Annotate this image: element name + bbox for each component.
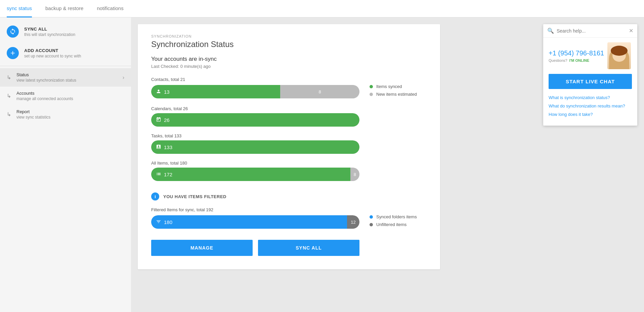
page-title: Synchronization Status (151, 40, 427, 49)
contacts-section: Contacts, total 21 13 8 (151, 77, 427, 99)
info-icon: i (151, 192, 159, 200)
all-items-synced-count: 172 (164, 172, 172, 177)
help-widget: 🔍 ✕ +1 (954) 796-8161 Questions? I'M ONL… (543, 24, 637, 126)
add-account-action[interactable]: ADD ACCOUNT set up new account to sync w… (0, 42, 131, 64)
add-account-text: ADD ACCOUNT set up new account to sync w… (24, 48, 81, 58)
breadcrumb-label: SYNCHRONIZATION (151, 34, 427, 38)
all-items-section: All Items, total 180 172 8 (151, 161, 427, 181)
legend-dot-darkgray (370, 223, 373, 226)
close-icon[interactable]: ✕ (629, 28, 633, 34)
nav-backup-restore[interactable]: backup & restore (45, 0, 83, 17)
calendars-label: Calendars, total 26 (151, 106, 427, 111)
legend-dot-green (370, 85, 373, 88)
calendars-progress-bar: 26 (151, 113, 359, 127)
all-items-progress-bar: 172 8 (151, 168, 359, 181)
contacts-synced-count: 13 (164, 89, 170, 95)
status-nav-title: Status (16, 72, 76, 77)
contacts-synced-bar: 13 (151, 85, 280, 98)
calendars-synced-count: 26 (164, 117, 170, 123)
legend-dot-gray (370, 93, 373, 96)
filtered-legend: Synced folders items Unfiltered items (370, 214, 417, 230)
legend-estimated: New items estimated (370, 92, 417, 97)
filtered-synced-bar: 180 (151, 215, 347, 229)
search-icon: 🔍 (547, 28, 554, 34)
add-account-subtitle: set up new account to sync with (24, 54, 81, 58)
report-nav-text: Report view sync statistics (16, 109, 50, 120)
filtered-items-label: Filtered Items for sync, total 192 (151, 207, 427, 212)
accounts-nav-text: Accounts manage all connected accounts (16, 91, 73, 101)
all-items-estimated-count: 8 (354, 172, 356, 177)
arrow-icon-status: ↳ (7, 74, 11, 81)
help-search-area: 🔍 ✕ (543, 24, 637, 38)
contacts-progress-bar: 13 8 (151, 85, 359, 98)
nav-sync-status[interactable]: sync status (7, 0, 32, 17)
sidebar: SYNC ALL this will start synchronization… (0, 17, 131, 312)
main-content: SYNCHRONIZATION Synchronization Status Y… (131, 17, 644, 312)
accounts-nav-title: Accounts (16, 91, 73, 96)
sync-all-action[interactable]: SYNC ALL this will start synchronization (0, 21, 131, 42)
sync-all-title: SYNC ALL (24, 27, 75, 32)
accounts-nav-subtitle: manage all connected accounts (16, 96, 73, 101)
report-nav-title: Report (16, 109, 50, 114)
sync-all-icon (7, 26, 19, 38)
help-link-0[interactable]: What is synchronization status? (549, 95, 632, 100)
start-live-chat-button[interactable]: START LIVE CHAT (549, 74, 632, 89)
all-items-icon (156, 171, 161, 178)
status-nav-text: Status view latest synchronization statu… (16, 72, 76, 83)
in-sync-message: Your accounts are in-sync (151, 56, 427, 62)
filtered-unfiltered-bar: 12 (347, 215, 359, 229)
report-nav-subtitle: view sync statistics (16, 115, 50, 120)
sidebar-item-status[interactable]: ↳ Status view latest synchronization sta… (0, 68, 131, 87)
sidebar-item-accounts[interactable]: ↳ Accounts manage all connected accounts (0, 87, 131, 105)
filtered-text: YOU HAVE ITEMS FILTERED (163, 194, 226, 199)
legend-synced: Items synced (370, 84, 417, 89)
filtered-unfiltered-count: 12 (351, 220, 355, 225)
sidebar-item-report[interactable]: ↳ Report view sync statistics (0, 105, 131, 124)
questions-label: Questions? (549, 58, 567, 62)
agent-bubble (604, 42, 631, 69)
calendars-synced-bar: 26 (151, 113, 359, 127)
chevron-icon-status: › (123, 75, 124, 81)
sidebar-divider (0, 66, 131, 66)
add-account-title: ADD ACCOUNT (24, 48, 81, 53)
arrow-icon-accounts: ↳ (7, 93, 11, 99)
filtered-notice: i YOU HAVE ITEMS FILTERED (151, 188, 427, 203)
filtered-synced-count: 180 (164, 219, 172, 225)
top-nav: sync status backup & restore notificatio… (0, 0, 644, 17)
manage-button[interactable]: MANAGE (151, 240, 253, 256)
filter-icon (156, 219, 161, 225)
sync-all-button[interactable]: SYNC ALL (258, 240, 359, 256)
all-items-synced-bar: 172 (151, 168, 350, 181)
contacts-legend: Items synced New items estimated (370, 84, 417, 99)
legend-folders: Synced folders items (370, 214, 417, 219)
help-link-2[interactable]: How long does it take? (549, 112, 632, 117)
contacts-estimated-bar: 8 (280, 85, 359, 98)
legend-folders-label: Synced folders items (376, 214, 417, 219)
status-nav-subtitle: view latest synchronization status (16, 78, 76, 83)
legend-unfiltered: Unfiltered items (370, 222, 417, 227)
help-search-input[interactable] (557, 28, 629, 34)
add-account-icon (7, 47, 19, 59)
contacts-icon (156, 89, 161, 95)
tasks-section: Tasks, total 133 133 (151, 133, 427, 154)
sync-all-text: SYNC ALL this will start synchronization (24, 27, 75, 37)
arrow-icon-report: ↳ (7, 111, 11, 118)
tasks-synced-count: 133 (164, 144, 172, 150)
nav-notifications[interactable]: notifications (97, 0, 123, 17)
legend-estimated-label: New items estimated (376, 92, 417, 97)
tasks-synced-bar: 133 (151, 140, 359, 154)
legend-unfiltered-label: Unfiltered items (376, 222, 406, 227)
calendar-icon (156, 117, 161, 123)
help-link-1[interactable]: What do synchronization results mean? (549, 103, 632, 108)
online-label: I'M ONLINE (569, 58, 589, 62)
help-phone-area: +1 (954) 796-8161 Questions? I'M ONLINE (543, 38, 637, 71)
all-items-label: All Items, total 180 (151, 161, 427, 166)
legend-synced-label: Items synced (376, 84, 402, 89)
calendars-section: Calendars, total 26 26 (151, 106, 427, 127)
help-links: What is synchronization status? What do … (543, 92, 637, 126)
tasks-label: Tasks, total 133 (151, 133, 427, 138)
phone-number-block: +1 (954) 796-8161 Questions? I'M ONLINE (549, 49, 604, 62)
filtered-items-progress-bar: 180 12 (151, 215, 359, 229)
phone-number: +1 (954) 796-8161 (549, 49, 604, 57)
contacts-estimated-count: 8 (319, 89, 321, 94)
